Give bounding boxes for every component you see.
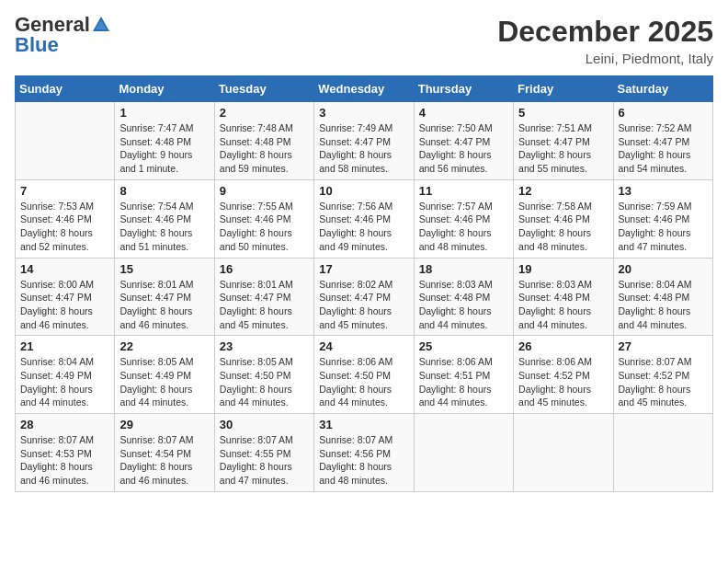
day-info: Sunrise: 7:58 AMSunset: 4:46 PMDaylight:… — [518, 200, 608, 254]
day-info: Sunrise: 7:54 AMSunset: 4:46 PMDaylight:… — [119, 200, 209, 254]
day-info: Sunrise: 7:48 AMSunset: 4:48 PMDaylight:… — [220, 121, 309, 176]
day-info: Sunrise: 8:03 AMSunset: 4:48 PMDaylight:… — [419, 278, 508, 332]
day-info: Sunrise: 8:03 AMSunset: 4:48 PMDaylight:… — [518, 278, 608, 332]
calendar-cell: 18Sunrise: 8:03 AMSunset: 4:48 PMDayligh… — [414, 258, 513, 336]
calendar-cell: 15Sunrise: 8:01 AMSunset: 4:47 PMDayligh… — [115, 258, 214, 336]
day-number: 1 — [119, 106, 209, 120]
location: Leini, Piedmont, Italy — [497, 51, 713, 66]
calendar-cell: 7Sunrise: 7:53 AMSunset: 4:46 PMDaylight… — [16, 179, 115, 258]
day-number: 21 — [20, 339, 109, 353]
day-number: 17 — [319, 262, 408, 276]
day-info: Sunrise: 7:55 AMSunset: 4:46 PMDaylight:… — [220, 200, 309, 254]
day-number: 28 — [20, 418, 109, 431]
calendar-cell — [613, 414, 712, 492]
logo-blue: Blue — [15, 35, 59, 55]
calendar-cell: 1Sunrise: 7:47 AMSunset: 4:48 PMDaylight… — [115, 102, 214, 180]
calendar-cell: 17Sunrise: 8:02 AMSunset: 4:47 PMDayligh… — [314, 258, 414, 336]
day-number: 12 — [518, 184, 608, 198]
page-header: General Blue December 2025 Leini, Piedmo… — [15, 15, 713, 66]
day-header-friday: Friday — [514, 76, 613, 102]
calendar-cell: 11Sunrise: 7:57 AMSunset: 4:46 PMDayligh… — [414, 179, 513, 258]
day-info: Sunrise: 8:06 AMSunset: 4:51 PMDaylight:… — [419, 355, 508, 409]
day-header-wednesday: Wednesday — [314, 76, 414, 102]
day-number: 27 — [619, 339, 708, 353]
day-info: Sunrise: 8:07 AMSunset: 4:54 PMDaylight:… — [119, 433, 209, 488]
day-number: 6 — [619, 106, 708, 120]
week-row-2: 7Sunrise: 7:53 AMSunset: 4:46 PMDaylight… — [16, 179, 713, 258]
calendar-cell: 3Sunrise: 7:49 AMSunset: 4:47 PMDaylight… — [314, 102, 414, 180]
week-row-4: 21Sunrise: 8:04 AMSunset: 4:49 PMDayligh… — [16, 336, 713, 414]
title-block: December 2025 Leini, Piedmont, Italy — [497, 15, 713, 66]
day-number: 7 — [20, 184, 109, 198]
logo-icon — [91, 15, 111, 35]
month-title: December 2025 — [497, 15, 713, 49]
day-info: Sunrise: 7:47 AMSunset: 4:48 PMDaylight:… — [119, 121, 209, 176]
calendar-cell: 25Sunrise: 8:06 AMSunset: 4:51 PMDayligh… — [414, 336, 513, 414]
day-number: 23 — [220, 339, 309, 353]
week-row-5: 28Sunrise: 8:07 AMSunset: 4:53 PMDayligh… — [16, 414, 713, 492]
day-number: 5 — [518, 106, 608, 120]
day-header-saturday: Saturday — [613, 76, 712, 102]
day-info: Sunrise: 7:50 AMSunset: 4:47 PMDaylight:… — [419, 121, 508, 176]
day-info: Sunrise: 8:05 AMSunset: 4:49 PMDaylight:… — [119, 355, 209, 409]
day-info: Sunrise: 8:06 AMSunset: 4:50 PMDaylight:… — [319, 355, 408, 409]
day-number: 16 — [220, 262, 309, 276]
calendar-cell: 24Sunrise: 8:06 AMSunset: 4:50 PMDayligh… — [314, 336, 414, 414]
calendar-cell: 12Sunrise: 7:58 AMSunset: 4:46 PMDayligh… — [514, 179, 613, 258]
calendar-cell: 8Sunrise: 7:54 AMSunset: 4:46 PMDaylight… — [115, 179, 214, 258]
day-number: 2 — [220, 106, 309, 120]
day-number: 30 — [220, 418, 309, 431]
calendar-cell: 30Sunrise: 8:07 AMSunset: 4:55 PMDayligh… — [214, 414, 313, 492]
day-info: Sunrise: 8:01 AMSunset: 4:47 PMDaylight:… — [119, 278, 209, 332]
day-number: 20 — [619, 262, 708, 276]
day-info: Sunrise: 8:07 AMSunset: 4:53 PMDaylight:… — [20, 433, 109, 488]
day-info: Sunrise: 7:59 AMSunset: 4:46 PMDaylight:… — [619, 200, 708, 254]
day-info: Sunrise: 8:04 AMSunset: 4:48 PMDaylight:… — [619, 278, 708, 332]
day-header-monday: Monday — [115, 76, 214, 102]
day-number: 31 — [319, 418, 408, 431]
day-info: Sunrise: 8:01 AMSunset: 4:47 PMDaylight:… — [220, 278, 309, 332]
day-number: 18 — [419, 262, 508, 276]
day-info: Sunrise: 8:07 AMSunset: 4:56 PMDaylight:… — [319, 433, 408, 488]
day-header-sunday: Sunday — [16, 76, 115, 102]
calendar-cell: 9Sunrise: 7:55 AMSunset: 4:46 PMDaylight… — [214, 179, 313, 258]
calendar-cell: 21Sunrise: 8:04 AMSunset: 4:49 PMDayligh… — [16, 336, 115, 414]
day-info: Sunrise: 8:07 AMSunset: 4:55 PMDaylight:… — [220, 433, 309, 488]
day-number: 15 — [119, 262, 209, 276]
calendar-cell: 14Sunrise: 8:00 AMSunset: 4:47 PMDayligh… — [16, 258, 115, 336]
calendar-cell — [414, 414, 513, 492]
day-number: 13 — [619, 184, 708, 198]
week-row-1: 1Sunrise: 7:47 AMSunset: 4:48 PMDaylight… — [16, 102, 713, 180]
calendar-cell: 6Sunrise: 7:52 AMSunset: 4:47 PMDaylight… — [613, 102, 712, 180]
day-number: 26 — [518, 339, 608, 353]
day-number: 24 — [319, 339, 408, 353]
calendar-cell: 13Sunrise: 7:59 AMSunset: 4:46 PMDayligh… — [613, 179, 712, 258]
week-row-3: 14Sunrise: 8:00 AMSunset: 4:47 PMDayligh… — [16, 258, 713, 336]
calendar-cell: 10Sunrise: 7:56 AMSunset: 4:46 PMDayligh… — [314, 179, 414, 258]
day-info: Sunrise: 8:07 AMSunset: 4:52 PMDaylight:… — [619, 355, 708, 409]
calendar-cell: 26Sunrise: 8:06 AMSunset: 4:52 PMDayligh… — [514, 336, 613, 414]
day-info: Sunrise: 7:56 AMSunset: 4:46 PMDaylight:… — [319, 200, 408, 254]
day-number: 9 — [220, 184, 309, 198]
day-number: 10 — [319, 184, 408, 198]
day-info: Sunrise: 8:05 AMSunset: 4:50 PMDaylight:… — [220, 355, 309, 409]
calendar-cell: 4Sunrise: 7:50 AMSunset: 4:47 PMDaylight… — [414, 102, 513, 180]
calendar-cell: 22Sunrise: 8:05 AMSunset: 4:49 PMDayligh… — [115, 336, 214, 414]
calendar-cell — [16, 102, 115, 180]
calendar-cell: 31Sunrise: 8:07 AMSunset: 4:56 PMDayligh… — [314, 414, 414, 492]
calendar-cell: 23Sunrise: 8:05 AMSunset: 4:50 PMDayligh… — [214, 336, 313, 414]
day-info: Sunrise: 8:00 AMSunset: 4:47 PMDaylight:… — [20, 278, 109, 332]
calendar-cell: 28Sunrise: 8:07 AMSunset: 4:53 PMDayligh… — [16, 414, 115, 492]
day-info: Sunrise: 8:04 AMSunset: 4:49 PMDaylight:… — [20, 355, 109, 409]
day-info: Sunrise: 7:49 AMSunset: 4:47 PMDaylight:… — [319, 121, 408, 176]
day-number: 14 — [20, 262, 109, 276]
calendar-table: SundayMondayTuesdayWednesdayThursdayFrid… — [15, 75, 713, 492]
calendar-cell: 16Sunrise: 8:01 AMSunset: 4:47 PMDayligh… — [214, 258, 313, 336]
day-info: Sunrise: 7:57 AMSunset: 4:46 PMDaylight:… — [419, 200, 508, 254]
calendar-cell: 27Sunrise: 8:07 AMSunset: 4:52 PMDayligh… — [613, 336, 712, 414]
calendar-cell: 29Sunrise: 8:07 AMSunset: 4:54 PMDayligh… — [115, 414, 214, 492]
day-number: 4 — [419, 106, 508, 120]
day-header-thursday: Thursday — [414, 76, 513, 102]
logo: General Blue — [15, 15, 111, 55]
day-number: 8 — [119, 184, 209, 198]
